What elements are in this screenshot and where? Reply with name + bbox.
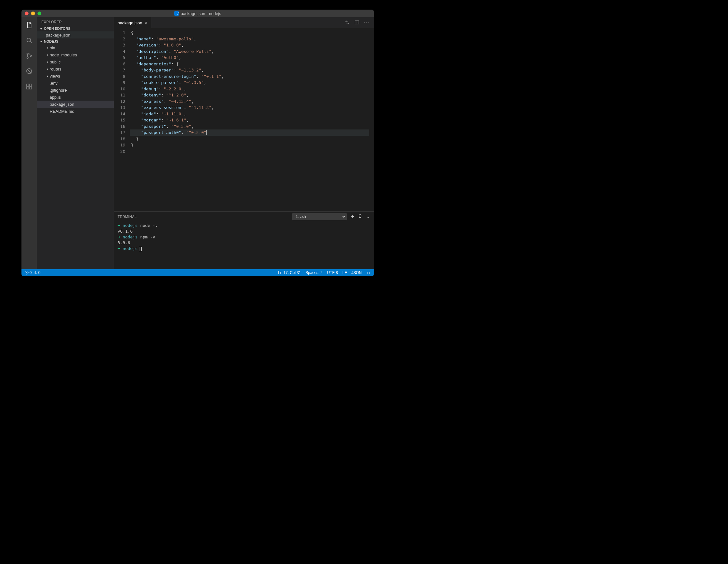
terminal-cursor <box>139 247 142 251</box>
status-warnings[interactable]: ⚠ 0 <box>34 270 40 275</box>
code-line[interactable]: "version": "1.0.0", <box>130 42 369 48</box>
terminal-line: ➜ nodejs node -v <box>118 223 370 228</box>
debug-icon[interactable] <box>25 67 34 76</box>
code-line[interactable]: "express-session": "^1.11.3", <box>130 104 369 111</box>
explorer-icon[interactable] <box>25 21 34 29</box>
svg-point-9 <box>346 21 348 23</box>
sidebar: EXPLORER ▾ OPEN EDITORS package.json ▾ N… <box>37 17 114 269</box>
panel-chevron-icon[interactable]: ⌄ <box>366 214 370 220</box>
panel-title[interactable]: TERMINAL <box>118 215 137 219</box>
chevron-right-icon: ▸ <box>46 74 50 78</box>
editor-area: package.json × ··· 123456789101112131415… <box>114 17 374 269</box>
code-line[interactable]: "description": "Awesome Polls", <box>130 48 369 55</box>
code-line[interactable]: "morgan": "~1.6.1", <box>130 117 369 123</box>
tabbar: package.json × ··· <box>114 17 374 28</box>
titlebar: package.json - nodejs <box>21 10 374 17</box>
minimap[interactable] <box>369 28 374 211</box>
vscode-window: package.json - nodejs EXPLORER <box>21 10 374 276</box>
chevron-right-icon: ▸ <box>46 67 50 71</box>
more-icon[interactable]: ··· <box>364 20 370 26</box>
terminal-line: v6.1.0 <box>118 228 370 234</box>
vscode-icon <box>174 11 179 16</box>
code-editor[interactable]: 1234567891011121314151617181920 { "name"… <box>114 28 374 211</box>
code-line[interactable]: "dotenv": "^1.2.0", <box>130 92 369 98</box>
chevron-right-icon: ▸ <box>46 46 50 49</box>
svg-point-3 <box>30 55 31 56</box>
code-line[interactable]: } <box>130 142 369 148</box>
file-item[interactable]: README.md <box>37 108 114 115</box>
code-content[interactable]: { "name": "awesome-polls", "version": "1… <box>130 28 369 211</box>
svg-point-0 <box>27 38 31 42</box>
code-line[interactable]: "express": "~4.13.4", <box>130 98 369 105</box>
file-item[interactable]: .env <box>37 79 114 87</box>
feedback-icon[interactable]: ☺ <box>366 270 371 275</box>
code-line[interactable]: "passport-auth0": "^0.5.0" <box>130 129 369 136</box>
close-icon[interactable]: × <box>145 20 147 25</box>
status-position[interactable]: Ln 17, Col 31 <box>278 270 301 275</box>
terminal-selector[interactable]: 1: zsh <box>292 213 347 220</box>
svg-rect-8 <box>29 84 32 86</box>
svg-rect-6 <box>27 87 29 89</box>
section-open-editors[interactable]: ▾ OPEN EDITORS <box>37 26 114 31</box>
chevron-down-icon: ▾ <box>39 40 43 43</box>
status-encoding[interactable]: UTF-8 <box>327 270 338 275</box>
folder-item[interactable]: ▸views <box>37 72 114 79</box>
kill-terminal-icon[interactable] <box>358 214 362 220</box>
chevron-right-icon: ▸ <box>46 60 50 63</box>
code-line[interactable]: "connect-ensure-login": "^0.1.1", <box>130 73 369 80</box>
code-line[interactable]: "name": "awesome-polls", <box>130 36 369 42</box>
file-item[interactable]: app.js <box>37 94 114 101</box>
status-language[interactable]: JSON <box>352 270 362 275</box>
section-project[interactable]: ▾ NODEJS <box>37 38 114 44</box>
window-title-text: package.json - nodejs <box>181 11 221 16</box>
new-terminal-icon[interactable]: + <box>351 214 354 220</box>
code-line[interactable]: } <box>130 136 369 142</box>
status-spaces[interactable]: Spaces: 2 <box>305 270 322 275</box>
warning-icon: ⚠ <box>34 270 37 275</box>
tab-label: package.json <box>118 21 142 25</box>
code-line[interactable]: "passport": "^0.3.0", <box>130 123 369 130</box>
svg-rect-5 <box>27 84 29 86</box>
git-icon[interactable] <box>25 51 34 60</box>
code-line[interactable]: "jade": "~1.11.0", <box>130 111 369 117</box>
status-errors[interactable]: ⓧ 0 <box>25 270 32 276</box>
statusbar: ⓧ 0 ⚠ 0 Ln 17, Col 31 Spaces: 2 UTF-8 LF… <box>21 269 374 276</box>
chevron-down-icon: ▾ <box>39 27 43 30</box>
status-eol[interactable]: LF <box>343 270 347 275</box>
terminal-line: ➜ nodejs <box>118 246 370 252</box>
activitybar <box>21 17 37 269</box>
folder-item[interactable]: ▸bin <box>37 44 114 51</box>
editor-actions: ··· <box>345 17 374 28</box>
gutter: 1234567891011121314151617181920 <box>114 28 130 211</box>
code-line[interactable]: "debug": "~2.2.0", <box>130 86 369 92</box>
code-line[interactable]: { <box>130 29 369 36</box>
extensions-icon[interactable] <box>25 82 34 91</box>
compare-changes-icon[interactable] <box>345 20 350 26</box>
split-editor-icon[interactable] <box>354 20 360 26</box>
tab-package-json[interactable]: package.json × <box>114 17 152 28</box>
panel: TERMINAL 1: zsh + ⌄ ➜ nodejs node -vv6.1… <box>114 211 374 269</box>
sidebar-title: EXPLORER <box>37 17 114 26</box>
file-item[interactable]: package.json <box>37 101 114 108</box>
section-label: NODEJS <box>44 39 58 43</box>
terminal-line: ➜ nodejs npm -v <box>118 234 370 240</box>
chevron-right-icon: ▸ <box>46 53 50 56</box>
error-icon: ⓧ <box>25 270 29 275</box>
folder-item[interactable]: ▸public <box>37 58 114 65</box>
terminal-line: 3.8.6 <box>118 240 370 246</box>
svg-point-2 <box>27 57 28 58</box>
code-line[interactable]: "dependencies": { <box>130 61 369 67</box>
section-label: OPEN EDITORS <box>44 27 70 30</box>
file-item[interactable]: .gitignore <box>37 87 114 94</box>
code-line[interactable]: "cookie-parser": "~1.3.5", <box>130 79 369 86</box>
code-line[interactable]: "body-parser": "~1.13.2", <box>130 67 369 73</box>
svg-point-1 <box>27 53 28 54</box>
terminal[interactable]: ➜ nodejs node -vv6.1.0➜ nodejs npm -v3.8… <box>114 221 374 269</box>
folder-item[interactable]: ▸node_modules <box>37 51 114 58</box>
window-title: package.json - nodejs <box>21 11 374 16</box>
svg-rect-7 <box>29 87 32 89</box>
folder-item[interactable]: ▸routes <box>37 65 114 72</box>
search-icon[interactable] <box>25 36 34 45</box>
code-line[interactable]: "author": "Auth0", <box>130 54 369 61</box>
open-editor-item[interactable]: package.json <box>37 31 114 38</box>
